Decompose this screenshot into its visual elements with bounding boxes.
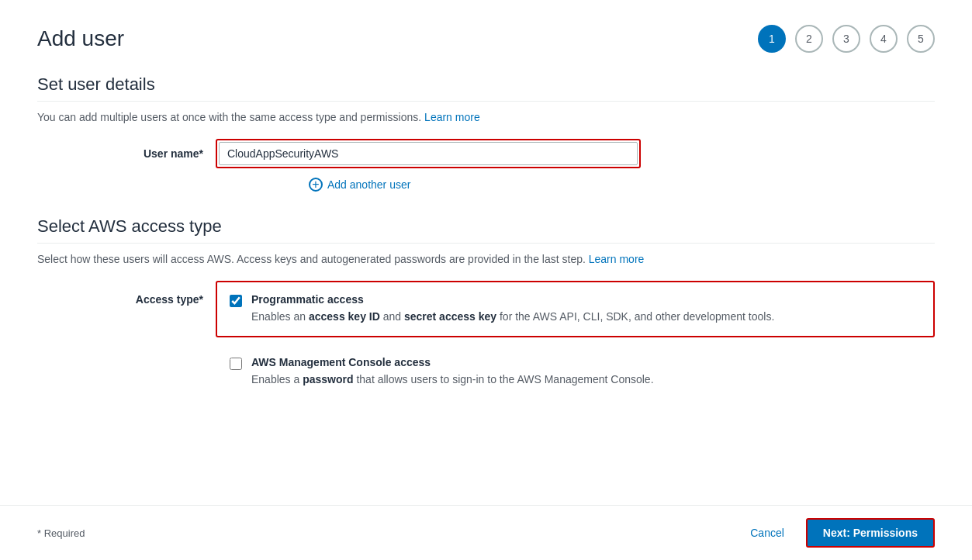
footer-bar: * Required Cancel Next: Permissions bbox=[0, 505, 972, 560]
programmatic-access-title: Programmatic access bbox=[251, 293, 921, 306]
cancel-button[interactable]: Cancel bbox=[741, 520, 794, 545]
user-name-label: User name* bbox=[130, 147, 216, 160]
access-type-section: Select AWS access type Select how these … bbox=[37, 216, 935, 406]
access-type-learn-more[interactable]: Learn more bbox=[589, 253, 645, 265]
user-details-description: You can add multiple users at once with … bbox=[37, 111, 935, 123]
console-access-title: AWS Management Console access bbox=[251, 356, 922, 368]
next-permissions-button[interactable]: Next: Permissions bbox=[806, 518, 935, 548]
step-4: 4 bbox=[870, 25, 898, 53]
access-type-description: Select how these users will access AWS. … bbox=[37, 253, 935, 265]
add-another-user-button[interactable]: + Add another user bbox=[309, 178, 410, 192]
step-3: 3 bbox=[832, 25, 860, 53]
page-header: Add user 1 2 3 4 5 bbox=[37, 25, 935, 53]
step-indicators: 1 2 3 4 5 bbox=[758, 25, 935, 53]
required-note: * Required bbox=[37, 527, 85, 539]
programmatic-access-checkbox[interactable] bbox=[230, 295, 242, 307]
footer-actions: Cancel Next: Permissions bbox=[741, 518, 935, 548]
console-access-checkbox[interactable] bbox=[230, 358, 242, 370]
user-name-field-row: User name* bbox=[130, 139, 935, 168]
console-access-option: AWS Management Console access Enables a … bbox=[216, 345, 935, 399]
user-details-divider bbox=[37, 101, 935, 102]
user-details-learn-more[interactable]: Learn more bbox=[424, 111, 480, 123]
add-another-user-row: + Add another user bbox=[309, 178, 935, 192]
step-5: 5 bbox=[907, 25, 935, 53]
console-access-desc: Enables a password that allows users to … bbox=[251, 372, 922, 388]
page-title: Add user bbox=[37, 26, 124, 51]
programmatic-access-desc: Enables an access key ID and secret acce… bbox=[251, 309, 921, 325]
user-name-input-wrapper bbox=[216, 139, 641, 168]
user-name-input[interactable] bbox=[219, 142, 638, 165]
step-2: 2 bbox=[795, 25, 823, 53]
console-access-label-area: AWS Management Console access Enables a … bbox=[251, 356, 922, 388]
programmatic-access-label-area: Programmatic access Enables an access ke… bbox=[251, 293, 921, 325]
access-type-divider bbox=[37, 243, 935, 244]
plus-circle-icon: + bbox=[309, 178, 323, 192]
access-type-label: Access type* bbox=[130, 281, 216, 306]
user-details-section: Set user details You can add multiple us… bbox=[37, 74, 935, 168]
access-type-title: Select AWS access type bbox=[37, 216, 935, 237]
step-1: 1 bbox=[758, 25, 786, 53]
programmatic-access-option: Programmatic access Enables an access ke… bbox=[216, 281, 935, 337]
access-type-options: Access type* Programmatic access Enables… bbox=[130, 281, 935, 406]
user-details-title: Set user details bbox=[37, 74, 935, 95]
